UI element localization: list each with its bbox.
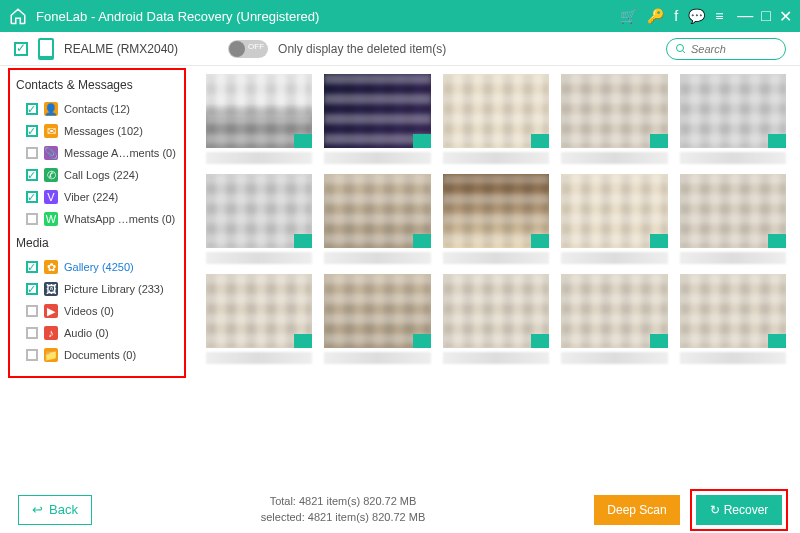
item-icon: ✆	[44, 168, 58, 182]
thumbnail-image	[443, 274, 549, 348]
thumbnail[interactable]	[680, 74, 786, 164]
thumbnail-caption	[680, 152, 786, 164]
sidebar-item[interactable]: 👤Contacts (12)	[14, 98, 182, 120]
thumbnail-caption	[561, 152, 667, 164]
thumbnail[interactable]	[324, 174, 430, 264]
device-name: REALME (RMX2040)	[64, 42, 178, 56]
item-checkbox[interactable]	[26, 261, 38, 273]
menu-icon[interactable]: ≡	[715, 8, 723, 24]
item-checkbox[interactable]	[26, 213, 38, 225]
thumbnail-image	[324, 174, 430, 248]
facebook-icon[interactable]: f	[674, 8, 678, 24]
thumbnail-caption	[680, 252, 786, 264]
search-box[interactable]	[666, 38, 786, 60]
item-checkbox[interactable]	[26, 125, 38, 137]
thumbnail[interactable]	[443, 274, 549, 364]
item-checkbox[interactable]	[26, 147, 38, 159]
select-all-checkbox[interactable]	[14, 42, 28, 56]
thumbnail-image	[561, 74, 667, 148]
thumbnail[interactable]	[206, 174, 312, 264]
minimize-icon[interactable]: —	[737, 7, 753, 26]
selected-badge	[768, 234, 786, 248]
svg-point-0	[677, 44, 684, 51]
recover-button[interactable]: ↻ Recover	[696, 495, 782, 525]
recover-icon: ↻	[710, 503, 720, 517]
thumbnail[interactable]	[561, 274, 667, 364]
sidebar-item[interactable]: ✆Call Logs (224)	[14, 164, 182, 186]
deleted-only-toggle[interactable]: OFF	[228, 40, 268, 58]
selected-badge	[650, 134, 668, 148]
sidebar-item[interactable]: ✉Messages (102)	[14, 120, 182, 142]
title-bar: FoneLab - Android Data Recovery (Unregis…	[0, 0, 800, 32]
item-icon: ♪	[44, 326, 58, 340]
thumbnail-caption	[324, 252, 430, 264]
search-input[interactable]	[691, 43, 771, 55]
item-checkbox[interactable]	[26, 349, 38, 361]
thumbnail-caption	[206, 152, 312, 164]
thumbnail[interactable]	[561, 174, 667, 264]
item-checkbox[interactable]	[26, 283, 38, 295]
selected-badge	[413, 334, 431, 348]
thumbnail-caption	[206, 252, 312, 264]
maximize-icon[interactable]: □	[761, 7, 771, 26]
item-checkbox[interactable]	[26, 305, 38, 317]
item-label: Viber (224)	[64, 191, 118, 203]
sidebar-item[interactable]: ♪Audio (0)	[14, 322, 182, 344]
item-checkbox[interactable]	[26, 103, 38, 115]
thumbnail-image	[206, 274, 312, 348]
item-checkbox[interactable]	[26, 169, 38, 181]
thumbnail[interactable]	[680, 174, 786, 264]
sidebar-item[interactable]: ✿Gallery (4250)	[14, 256, 182, 278]
sidebar: Contacts & Messages 👤Contacts (12)✉Messa…	[0, 66, 192, 486]
key-icon[interactable]: 🔑	[647, 8, 664, 24]
item-icon: V	[44, 190, 58, 204]
selected-badge	[650, 334, 668, 348]
thumbnail[interactable]	[561, 74, 667, 164]
thumbnail-caption	[443, 352, 549, 364]
thumbnail[interactable]	[206, 274, 312, 364]
item-label: Call Logs (224)	[64, 169, 139, 181]
thumbnail-caption	[324, 152, 430, 164]
svg-line-1	[683, 50, 686, 53]
item-icon: ▶	[44, 304, 58, 318]
sidebar-item[interactable]: 📎Message A…ments (0)	[14, 142, 182, 164]
item-label: Picture Library (233)	[64, 283, 164, 295]
sidebar-item[interactable]: VViber (224)	[14, 186, 182, 208]
thumbnail[interactable]	[324, 274, 430, 364]
item-label: Audio (0)	[64, 327, 109, 339]
thumbnail-caption	[443, 152, 549, 164]
thumbnail[interactable]	[206, 74, 312, 164]
thumbnail[interactable]	[443, 74, 549, 164]
top-bar: REALME (RMX2040) OFF Only display the de…	[0, 32, 800, 66]
category-contacts: Contacts & Messages	[16, 78, 182, 92]
close-icon[interactable]: ✕	[779, 7, 792, 26]
sidebar-item[interactable]: 🖼Picture Library (233)	[14, 278, 182, 300]
sidebar-item[interactable]: 📁Documents (0)	[14, 344, 182, 366]
sidebar-item[interactable]: ▶Videos (0)	[14, 300, 182, 322]
item-label: WhatsApp …ments (0)	[64, 213, 175, 225]
item-icon: 🖼	[44, 282, 58, 296]
item-icon: ✿	[44, 260, 58, 274]
back-label: Back	[49, 502, 78, 517]
thumbnail[interactable]	[443, 174, 549, 264]
thumbnail-caption	[443, 252, 549, 264]
feedback-icon[interactable]: 💬	[688, 8, 705, 24]
thumbnail[interactable]	[680, 274, 786, 364]
item-label: Message A…ments (0)	[64, 147, 176, 159]
item-label: Contacts (12)	[64, 103, 130, 115]
item-checkbox[interactable]	[26, 327, 38, 339]
deep-scan-button[interactable]: Deep Scan	[594, 495, 680, 525]
sidebar-item[interactable]: WWhatsApp …ments (0)	[14, 208, 182, 230]
back-button[interactable]: ↩ Back	[18, 495, 92, 525]
thumbnail-image	[680, 174, 786, 248]
selected-badge	[413, 234, 431, 248]
app-title: FoneLab - Android Data Recovery (Unregis…	[36, 9, 620, 24]
item-checkbox[interactable]	[26, 191, 38, 203]
cart-icon[interactable]: 🛒	[620, 8, 637, 24]
stats-text: Total: 4821 item(s) 820.72 MB selected: …	[108, 494, 578, 525]
home-icon[interactable]	[8, 6, 28, 26]
thumbnail-image	[324, 274, 430, 348]
selected-badge	[650, 234, 668, 248]
thumbnail[interactable]	[324, 74, 430, 164]
selected-badge	[531, 234, 549, 248]
